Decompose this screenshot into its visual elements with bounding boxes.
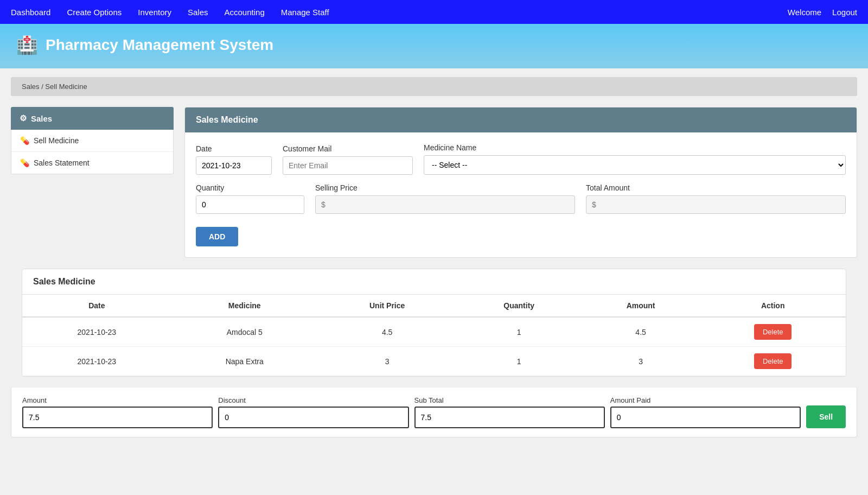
- form-row-2: Quantity Selling Price Total Amount: [196, 183, 846, 214]
- nav-welcome: Welcome: [788, 2, 821, 22]
- form-title: Sales Medicine: [196, 115, 258, 124]
- quantity-input[interactable]: [196, 195, 304, 214]
- email-label: Customer Mail: [283, 144, 413, 153]
- email-input[interactable]: [283, 156, 413, 175]
- cell-amount-0: 4.5: [582, 317, 700, 347]
- footer-discount-label: Discount: [218, 396, 409, 404]
- sell-button[interactable]: Sell: [806, 405, 846, 428]
- pills-icon: 💊: [20, 136, 29, 145]
- sidebar-item-sell-medicine[interactable]: 💊 Sell Medicine: [11, 130, 173, 152]
- table-section-wrapper: Sales Medicine Date Medicine Unit Price …: [11, 269, 857, 377]
- footer-amount-paid-input[interactable]: [610, 407, 801, 428]
- main-content: ⚙ Sales 💊 Sell Medicine 💊 Sales Statemen…: [0, 96, 868, 269]
- sidebar-item-sell-medicine-label: Sell Medicine: [34, 136, 79, 145]
- cell-medicine-0: Amdocal 5: [171, 317, 318, 347]
- col-quantity: Quantity: [457, 295, 582, 317]
- table-row: 2021-10-23 Amdocal 5 4.5 1 4.5 Delete: [22, 317, 846, 347]
- medicine-group: Medicine Name -- Select --: [424, 143, 846, 175]
- footer-amount-label: Amount: [22, 396, 213, 404]
- footer-subtotal-group: Sub Total: [414, 396, 605, 428]
- sidebar-title: Sales: [31, 114, 52, 123]
- form-row-1: Date Customer Mail Medicine Name -- Sele…: [196, 143, 846, 175]
- cell-quantity-0: 1: [457, 317, 582, 347]
- cell-medicine-1: Napa Extra: [171, 347, 318, 376]
- gear-icon: ⚙: [20, 113, 27, 123]
- sidebar-item-sales-statement[interactable]: 💊 Sales Statement: [11, 152, 173, 174]
- medicine-label: Medicine Name: [424, 143, 846, 152]
- footer-amount-paid-label: Amount Paid: [610, 396, 801, 404]
- delete-button-0[interactable]: Delete: [754, 324, 792, 340]
- nav-create-options[interactable]: Create Options: [67, 2, 122, 22]
- cell-date-1: 2021-10-23: [22, 347, 171, 376]
- total-label: Total Amount: [586, 183, 846, 192]
- table-title: Sales Medicine: [22, 269, 846, 295]
- col-date: Date: [22, 295, 171, 317]
- header: 🏥 Pharmacy Management System: [0, 24, 868, 68]
- col-amount: Amount: [582, 295, 700, 317]
- selling-group: Selling Price: [315, 183, 575, 214]
- cell-action-1: Delete: [700, 347, 846, 376]
- table-section: Sales Medicine Date Medicine Unit Price …: [22, 269, 846, 377]
- medicine-select[interactable]: -- Select --: [424, 155, 846, 175]
- email-group: Customer Mail: [283, 144, 413, 175]
- form-card: Sales Medicine Date Customer Mail Medici…: [184, 107, 857, 258]
- total-group: Total Amount: [586, 183, 846, 214]
- breadcrumb: Sales / Sell Medicine: [11, 77, 857, 96]
- footer-amount-input[interactable]: [22, 407, 213, 428]
- footer-subtotal-input[interactable]: [414, 407, 605, 428]
- form-card-body: Date Customer Mail Medicine Name -- Sele…: [185, 132, 857, 257]
- table-row: 2021-10-23 Napa Extra 3 1 3 Delete: [22, 347, 846, 376]
- cell-amount-1: 3: [582, 347, 700, 376]
- footer-subtotal-label: Sub Total: [414, 396, 605, 404]
- quantity-group: Quantity: [196, 183, 304, 214]
- nav-manage-staff[interactable]: Manage Staff: [281, 2, 329, 22]
- nav-left: Dashboard Create Options Inventory Sales…: [11, 2, 788, 22]
- table-header-row: Date Medicine Unit Price Quantity Amount…: [22, 295, 846, 317]
- date-group: Date: [196, 144, 272, 175]
- col-action: Action: [700, 295, 846, 317]
- footer-discount-group: Discount: [218, 396, 409, 428]
- cell-action-0: Delete: [700, 317, 846, 347]
- col-medicine: Medicine: [171, 295, 318, 317]
- navbar: Dashboard Create Options Inventory Sales…: [0, 0, 868, 24]
- col-unit-price: Unit Price: [318, 295, 457, 317]
- footer-discount-input[interactable]: [218, 407, 409, 428]
- nav-accounting[interactable]: Accounting: [225, 2, 265, 22]
- quantity-label: Quantity: [196, 183, 304, 192]
- add-button[interactable]: ADD: [196, 227, 238, 246]
- app-title: Pharmacy Management System: [46, 36, 273, 54]
- date-label: Date: [196, 144, 272, 153]
- nav-inventory[interactable]: Inventory: [138, 2, 171, 22]
- sidebar: ⚙ Sales 💊 Sell Medicine 💊 Sales Statemen…: [11, 107, 174, 174]
- form-card-header: Sales Medicine: [185, 107, 857, 132]
- footer-amount-group: Amount: [22, 396, 213, 428]
- cell-unit-price-0: 4.5: [318, 317, 457, 347]
- statement-icon: 💊: [20, 158, 29, 167]
- footer-amount-paid-group: Amount Paid: [610, 396, 801, 428]
- sidebar-header: ⚙ Sales: [11, 107, 174, 130]
- nav-right: Welcome Logout: [788, 2, 857, 22]
- pharmacy-icon: 🏥: [16, 35, 38, 55]
- selling-label: Selling Price: [315, 183, 575, 192]
- date-input[interactable]: [196, 156, 272, 175]
- nav-sales[interactable]: Sales: [188, 2, 208, 22]
- sidebar-body: 💊 Sell Medicine 💊 Sales Statement: [11, 130, 174, 174]
- sales-table: Date Medicine Unit Price Quantity Amount…: [22, 295, 846, 376]
- nav-logout[interactable]: Logout: [832, 2, 857, 22]
- cell-date-0: 2021-10-23: [22, 317, 171, 347]
- nav-dashboard[interactable]: Dashboard: [11, 2, 50, 22]
- delete-button-1[interactable]: Delete: [754, 353, 792, 369]
- selling-input[interactable]: [315, 195, 575, 214]
- total-input: [586, 195, 846, 214]
- cell-quantity-1: 1: [457, 347, 582, 376]
- sidebar-item-sales-statement-label: Sales Statement: [34, 158, 90, 167]
- footer-row: Amount Discount Sub Total Amount Paid Se…: [11, 388, 857, 437]
- cell-unit-price-1: 3: [318, 347, 457, 376]
